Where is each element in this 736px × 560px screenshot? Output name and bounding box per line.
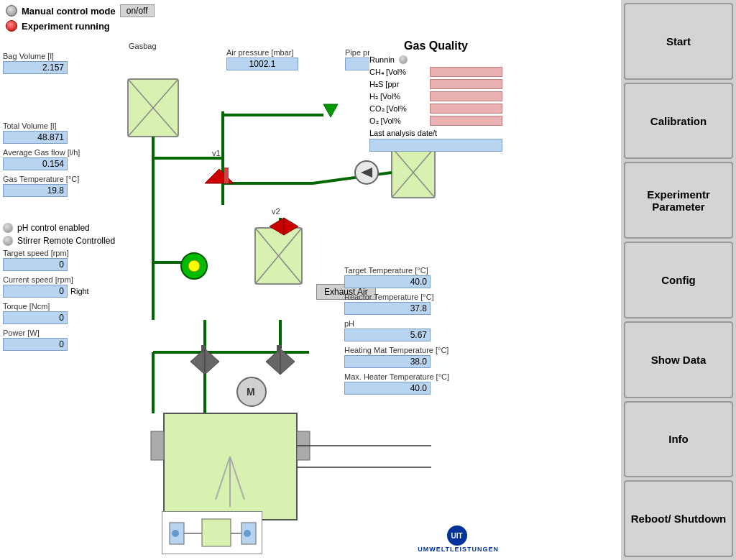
gas-quality-panel: Gas Quality Runnin CH₄ [Vol% H₂S [ppr H₂… xyxy=(369,40,502,152)
svg-rect-47 xyxy=(277,345,281,352)
target-temp-row: Target Temperature [°C] 40.0 xyxy=(344,266,502,288)
last-analysis-section: Last analysis date/t xyxy=(369,129,502,152)
air-pressure-value: 1002.1 xyxy=(226,58,298,70)
svg-text:v1: v1 xyxy=(212,149,221,157)
info-button[interactable]: Info xyxy=(624,401,733,478)
co2-input[interactable] xyxy=(430,104,502,114)
ch4-row: CH₄ [Vol% xyxy=(369,67,502,77)
svg-rect-54 xyxy=(202,519,231,546)
gas-running-row: Runnin xyxy=(369,55,502,64)
experiment-indicator xyxy=(6,20,17,32)
o2-input[interactable] xyxy=(430,116,502,126)
uit-company-name: UMWELTLEISTUNGEN xyxy=(418,546,499,553)
svg-point-33 xyxy=(188,260,200,272)
h2s-input[interactable] xyxy=(430,79,502,89)
svg-rect-10 xyxy=(151,431,164,460)
max-heater-row: Max. Heater Temperature [°C] 40.0 xyxy=(344,372,502,395)
svg-rect-44 xyxy=(201,345,206,352)
last-analysis-input[interactable] xyxy=(369,139,502,152)
manual-mode-status: Manual control mode on/off xyxy=(6,4,155,17)
uit-logo: UIT UMWELTLEISTUNGEN xyxy=(418,525,499,553)
target-temp-value: 40.0 xyxy=(344,275,431,288)
o2-row: O₂ [Vol% xyxy=(369,116,502,126)
h2-input[interactable] xyxy=(430,91,502,101)
max-heater-value: 40.0 xyxy=(344,382,431,395)
config-button[interactable]: Config xyxy=(624,242,733,318)
svg-marker-35 xyxy=(205,169,234,183)
start-button[interactable]: Start xyxy=(624,3,733,80)
gas-quality-title: Gas Quality xyxy=(369,40,502,52)
reboot-shutdown-button[interactable]: Reboot/ Shutdown xyxy=(624,480,733,557)
ph-row: pH 5.67 xyxy=(344,319,502,341)
air-pressure-section: Air pressure [mbar] 1002.1 xyxy=(226,48,298,70)
ph-value: 5.67 xyxy=(344,329,431,341)
svg-text:v2: v2 xyxy=(272,207,280,216)
ch4-input[interactable] xyxy=(430,67,502,77)
svg-marker-40 xyxy=(323,104,338,117)
co2-row: CO₂ [Vol% xyxy=(369,104,502,114)
svg-rect-36 xyxy=(224,167,229,183)
heating-mat-value: 38.0 xyxy=(344,355,431,368)
svg-line-23 xyxy=(313,173,392,183)
reactor-temp-row: Reactor Temperature [°C] 37.8 xyxy=(344,293,502,315)
heating-mat-row: Heating Mat Temperature [°C] 38.0 xyxy=(344,346,502,368)
experiment-parameter-button[interactable]: Experimentr Parameter xyxy=(624,162,733,239)
bottom-diagram xyxy=(162,511,262,554)
svg-point-53 xyxy=(172,530,179,537)
manual-mode-indicator xyxy=(6,5,17,17)
h2-row: H₂ [Vol% xyxy=(369,91,502,101)
right-values-panel: Target Temperature [°C] 40.0 Reactor Tem… xyxy=(344,266,502,399)
svg-text:M: M xyxy=(247,386,255,398)
svg-point-56 xyxy=(244,530,251,537)
reactor-temp-value: 37.8 xyxy=(344,302,431,315)
sidebar: Start Calibration Experimentr Parameter … xyxy=(621,0,736,560)
experiment-status: Experiment running xyxy=(6,20,110,32)
uit-circle: UIT xyxy=(447,525,467,546)
onoff-button[interactable]: on/off xyxy=(120,4,155,17)
h2s-row: H₂S [ppr xyxy=(369,79,502,89)
running-indicator xyxy=(399,55,408,64)
calibration-button[interactable]: Calibration xyxy=(624,83,733,160)
show-data-button[interactable]: Show Data xyxy=(624,321,733,398)
diagram-svg: v1 v2 M xyxy=(0,40,618,557)
